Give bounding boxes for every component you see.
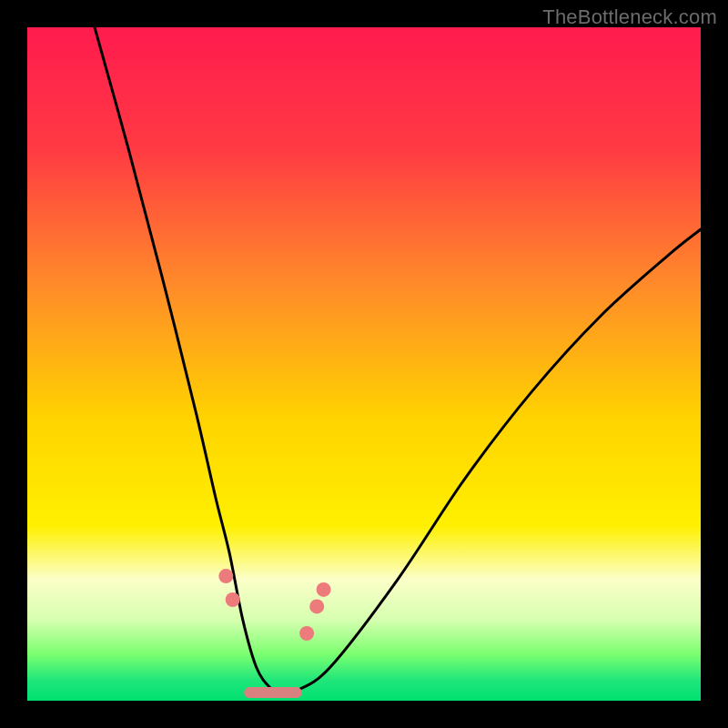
curve-layer xyxy=(27,27,701,701)
attribution-text: TheBottleneck.com xyxy=(542,5,717,29)
curve-marker-dot xyxy=(309,599,324,613)
plot-area xyxy=(27,27,701,701)
curve-marker-dot xyxy=(299,626,314,641)
curve-marker-dot xyxy=(226,592,240,607)
bottleneck-curve xyxy=(95,27,701,694)
chart-frame: TheBottleneck.com xyxy=(0,0,728,728)
curve-marker-dot xyxy=(218,569,233,583)
curve-marker-dot xyxy=(317,582,331,597)
